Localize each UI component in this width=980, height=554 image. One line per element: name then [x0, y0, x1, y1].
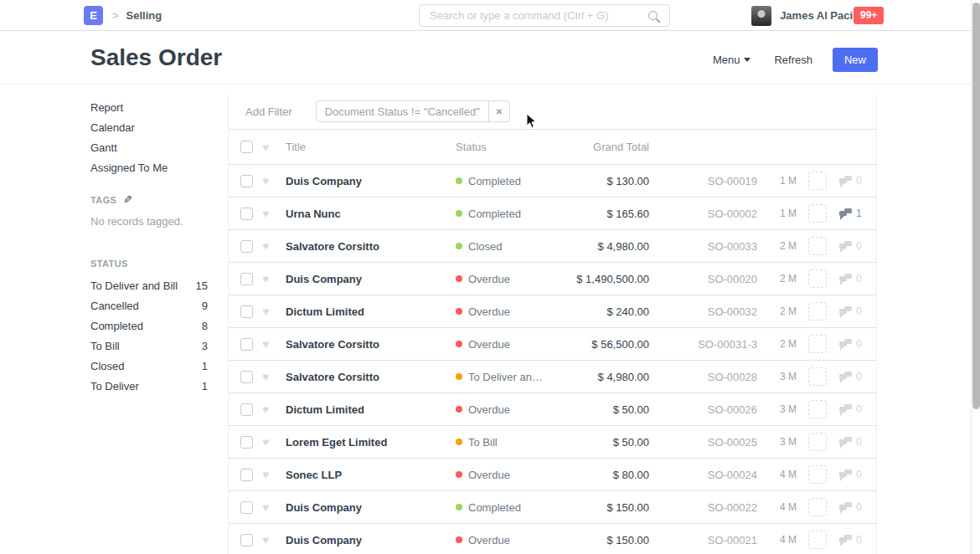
- sidebar-link[interactable]: Gantt: [90, 142, 208, 153]
- status-label: To Bill: [468, 436, 498, 449]
- table-row[interactable]: Salvatore Corsitto To Deliver an… $ 4,98…: [228, 361, 877, 393]
- like-icon[interactable]: [262, 305, 286, 318]
- sidebar-status-filter[interactable]: Cancelled 9: [90, 300, 208, 311]
- row-title[interactable]: Salvatore Corsitto: [286, 371, 451, 383]
- status-label: Overdue: [468, 273, 510, 285]
- status-dot-icon: [456, 439, 462, 445]
- assign-placeholder[interactable]: [808, 465, 827, 484]
- row-checkbox[interactable]: [240, 371, 253, 383]
- filter-chip[interactable]: Document Status != "Cancelled": [316, 100, 511, 122]
- row-checkbox[interactable]: [240, 436, 253, 449]
- row-checkbox[interactable]: [240, 273, 253, 285]
- like-icon[interactable]: [262, 370, 286, 383]
- sidebar-status-filter[interactable]: To Deliver and Bill 15: [90, 280, 208, 291]
- table-row[interactable]: Salvatore Corsitto Closed $ 4,980.00 SO-…: [228, 230, 877, 263]
- table-row[interactable]: Lorem Eget Limited To Bill $ 50.00 SO-00…: [228, 426, 877, 459]
- table-row[interactable]: Duis Company Completed $ 130.00 SO-00019…: [228, 165, 877, 197]
- row-title[interactable]: Lorem Eget Limited: [286, 436, 451, 449]
- like-icon[interactable]: [262, 435, 286, 449]
- row-title[interactable]: Dictum Limited: [286, 305, 451, 318]
- status-label: Overdue: [468, 469, 510, 481]
- add-filter-button[interactable]: Add Filter: [245, 105, 292, 118]
- like-icon[interactable]: [262, 239, 286, 253]
- refresh-button[interactable]: Refresh: [774, 54, 812, 66]
- status-filter-label: Closed: [90, 361, 124, 372]
- like-icon[interactable]: [262, 174, 286, 187]
- table-row[interactable]: Sonec LLP Overdue $ 80.00 SO-00024 4 M 0: [228, 459, 877, 491]
- assign-placeholder[interactable]: [808, 302, 827, 321]
- user-avatar[interactable]: [751, 6, 771, 26]
- row-checkbox[interactable]: [240, 305, 253, 318]
- table-row[interactable]: Dictum Limited Overdue $ 240.00 SO-00032…: [228, 295, 877, 328]
- row-title[interactable]: Salvatore Corsitto: [286, 240, 451, 253]
- row-title[interactable]: Salvatore Corsitto: [286, 338, 451, 351]
- row-title[interactable]: Duis Company: [286, 273, 451, 285]
- column-grand-total: Grand Total: [557, 141, 649, 153]
- comment-icon: [839, 404, 852, 415]
- like-icon[interactable]: [262, 468, 286, 481]
- row-checkbox[interactable]: [240, 501, 253, 514]
- assign-placeholder[interactable]: [808, 172, 827, 190]
- status-label: Overdue: [468, 305, 510, 318]
- table-row[interactable]: Dictum Limited Overdue $ 50.00 SO-00026 …: [228, 393, 877, 426]
- sidebar-status-filter[interactable]: Completed 8: [90, 321, 208, 331]
- row-title[interactable]: Urna Nunc: [286, 208, 451, 220]
- table-row[interactable]: Urna Nunc Completed $ 165.60 SO-00002 1 …: [228, 197, 877, 230]
- new-button[interactable]: New: [833, 48, 878, 72]
- row-checkbox[interactable]: [240, 469, 253, 481]
- row-title[interactable]: Duis Company: [286, 175, 451, 187]
- assign-placeholder[interactable]: [808, 204, 827, 223]
- row-checkbox[interactable]: [240, 208, 253, 220]
- row-title[interactable]: Duis Company: [286, 501, 451, 514]
- table-row[interactable]: Duis Company Completed $ 150.00 SO-00022…: [228, 491, 877, 524]
- row-checkbox[interactable]: [240, 338, 253, 351]
- table-row[interactable]: Salvatore Corsitto Overdue $ 56,500.00 S…: [228, 328, 877, 361]
- row-checkbox[interactable]: [240, 534, 253, 546]
- assign-placeholder[interactable]: [808, 400, 827, 418]
- comment-indicator: 0: [834, 338, 864, 350]
- row-title[interactable]: Sonec LLP: [286, 469, 451, 481]
- assign-placeholder[interactable]: [808, 498, 827, 516]
- comment-indicator: 0: [834, 273, 864, 285]
- row-checkbox[interactable]: [240, 240, 253, 253]
- row-checkbox[interactable]: [240, 175, 253, 187]
- like-icon[interactable]: [262, 207, 286, 220]
- row-checkbox[interactable]: [240, 403, 253, 416]
- assign-placeholder[interactable]: [808, 335, 827, 353]
- like-icon[interactable]: [262, 533, 286, 546]
- scrollbar-thumb[interactable]: [972, 3, 980, 409]
- row-modified-age: 4 M: [757, 501, 804, 513]
- assign-placeholder[interactable]: [808, 237, 827, 255]
- sidebar-link[interactable]: Assigned To Me: [90, 162, 208, 173]
- sidebar-status-filter[interactable]: Closed 1: [90, 361, 208, 372]
- app-logo[interactable]: E: [84, 6, 103, 25]
- like-icon[interactable]: [262, 337, 286, 351]
- table-row[interactable]: Duis Company Overdue $ 1,490,500.00 SO-0…: [228, 263, 877, 295]
- row-title[interactable]: Dictum Limited: [286, 403, 451, 416]
- row-title[interactable]: Duis Company: [286, 534, 451, 546]
- assign-placeholder[interactable]: [808, 531, 827, 549]
- notification-badge[interactable]: 99+: [854, 7, 884, 24]
- like-icon[interactable]: [262, 500, 286, 514]
- like-filter-icon[interactable]: [262, 141, 286, 154]
- comment-count: 0: [856, 240, 862, 252]
- sidebar-status-filter[interactable]: To Bill 3: [90, 341, 208, 351]
- status-filter-count: 3: [202, 341, 208, 351]
- remove-filter-icon[interactable]: [488, 101, 509, 121]
- search-input[interactable]: [420, 9, 648, 22]
- like-icon[interactable]: [262, 403, 286, 416]
- comment-icon: [839, 241, 852, 252]
- breadcrumb[interactable]: Selling: [126, 9, 162, 22]
- assign-placeholder[interactable]: [808, 269, 827, 288]
- sidebar-link[interactable]: Calendar: [90, 122, 208, 133]
- select-all-checkbox[interactable]: [240, 141, 253, 153]
- sidebar-status-filter[interactable]: To Deliver 1: [90, 381, 208, 392]
- assign-placeholder[interactable]: [808, 367, 827, 386]
- menu-button[interactable]: Menu: [713, 54, 751, 66]
- assign-placeholder[interactable]: [808, 433, 827, 451]
- table-row[interactable]: Duis Company Overdue $ 150.00 SO-00021 4…: [228, 524, 877, 554]
- top-navbar: E > Selling James Al Pacino 99+: [0, 0, 980, 31]
- edit-tags-icon[interactable]: [123, 193, 132, 206]
- sidebar-link[interactable]: Report: [90, 102, 208, 113]
- like-icon[interactable]: [262, 272, 286, 285]
